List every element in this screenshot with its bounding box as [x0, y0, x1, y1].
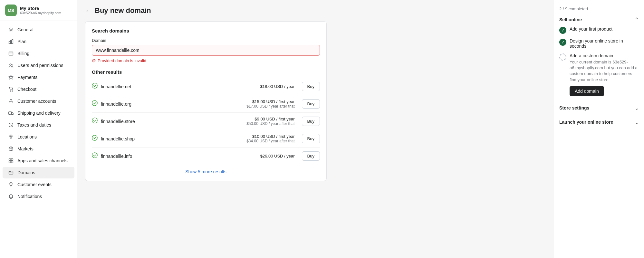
- store-header[interactable]: MS My Store 63e529-a6.myshopify.com: [0, 0, 77, 21]
- domain-result-row: finnandellie.shop$10.00 USD / first year…: [92, 130, 320, 148]
- svg-point-29: [92, 153, 97, 158]
- sidebar-item-label-payments: Payments: [17, 75, 37, 80]
- svg-point-11: [9, 114, 10, 115]
- show-more-link[interactable]: Show 5 more results: [92, 169, 320, 174]
- sidebar-item-users[interactable]: Users and permissions: [3, 60, 74, 71]
- sidebar-item-shipping[interactable]: Shipping and delivery: [3, 107, 74, 119]
- svg-rect-18: [11, 159, 13, 161]
- sidebar-item-checkout[interactable]: Checkout: [3, 83, 74, 95]
- sidebar-item-customer-events[interactable]: Customer events: [3, 179, 74, 190]
- progress-text: 2 / 9 completed: [559, 6, 639, 11]
- store-settings-chevron: ⌄: [635, 105, 639, 111]
- launch-store-section[interactable]: Launch your online store ⌄: [559, 115, 639, 129]
- sidebar-item-label-taxes: Taxes and duties: [17, 122, 51, 128]
- available-icon: [92, 152, 98, 160]
- store-settings-title: Store settings: [559, 105, 589, 110]
- sidebar-item-notifications[interactable]: Notifications: [3, 191, 74, 202]
- buy-button-finnandellie.org[interactable]: Buy: [302, 99, 320, 109]
- sidebar-item-taxes[interactable]: Taxes and duties: [3, 119, 74, 131]
- right-panel: 2 / 9 completed Sell online ⌃ ✓Add your …: [554, 0, 644, 258]
- sidebar-item-general[interactable]: General: [3, 24, 74, 35]
- sidebar-item-plan[interactable]: Plan: [3, 36, 74, 47]
- store-settings-section[interactable]: Store settings ⌄: [559, 101, 639, 115]
- domain-price-col: $10.00 USD / first year$34.00 USD / year…: [246, 134, 294, 143]
- domain-input[interactable]: [92, 45, 320, 56]
- domain-result-name: finnandellie.info: [101, 154, 257, 159]
- price-main: $18.00 USD / year: [260, 84, 295, 89]
- sidebar-item-apps[interactable]: Apps and sales channels: [3, 155, 74, 167]
- domain-result-row: finnandellie.org$15.00 USD / first year$…: [92, 95, 320, 113]
- sidebar-item-label-customer-events: Customer events: [17, 182, 52, 187]
- sidebar-item-locations[interactable]: Locations: [3, 131, 74, 143]
- sidebar-item-label-plan: Plan: [17, 39, 26, 44]
- sidebar-item-label-locations: Locations: [17, 134, 37, 139]
- sidebar-item-label-users: Users and permissions: [17, 63, 63, 68]
- sell-online-title: Sell online: [559, 17, 582, 22]
- svg-rect-4: [9, 52, 13, 55]
- domain-results-list: finnandellie.net$18.00 USD / yearBuyfinn…: [92, 78, 320, 165]
- domain-result-name: finnandellie.net: [101, 84, 257, 89]
- task-info-design-store: Design your online store in seconds: [570, 38, 639, 49]
- task-cta-custom-domain[interactable]: Add domain: [570, 86, 604, 96]
- domain-result-row: finnandellie.store$9.00 USD / first year…: [92, 113, 320, 130]
- shipping-icon: [8, 110, 14, 116]
- taxes-icon: [8, 122, 14, 128]
- task-check-first-product: ✓: [559, 27, 566, 34]
- sidebar-item-domains[interactable]: Domains: [3, 167, 74, 178]
- available-icon: [92, 100, 98, 108]
- locations-icon: [8, 134, 14, 140]
- error-icon: ⊘: [92, 58, 96, 63]
- sidebar: MS My Store 63e529-a6.myshopify.com Gene…: [0, 0, 77, 258]
- svg-point-14: [10, 136, 11, 137]
- launch-store-title: Launch your online store: [559, 119, 613, 125]
- sidebar-item-billing[interactable]: Billing: [3, 48, 74, 59]
- domain-result-row: finnandellie.info$26.00 USD / yearBuy: [92, 148, 320, 165]
- available-icon: [92, 83, 98, 90]
- task-label-custom-domain: Add a custom domain: [570, 53, 639, 58]
- sell-online-section-header[interactable]: Sell online ⌃: [559, 16, 639, 23]
- domain-price-col: $18.00 USD / year: [260, 84, 295, 89]
- other-results-title: Other results: [92, 69, 320, 75]
- main-content-area: ← Buy new domain Search domains Domain ⊘…: [77, 0, 554, 258]
- store-name: My Store: [20, 6, 61, 11]
- search-card-title: Search domains: [92, 28, 320, 33]
- domain-result-name: finnandellie.shop: [101, 136, 243, 141]
- sidebar-item-markets[interactable]: Markets: [3, 143, 74, 155]
- sidebar-item-customer-accounts[interactable]: Customer accounts: [3, 95, 74, 107]
- svg-rect-3: [12, 40, 13, 44]
- domain-field-label: Domain: [92, 38, 320, 43]
- domains-icon: [8, 169, 14, 176]
- sidebar-item-label-apps: Apps and sales channels: [17, 158, 68, 163]
- svg-rect-1: [9, 42, 10, 43]
- sidebar-item-label-shipping: Shipping and delivery: [17, 110, 61, 116]
- buy-button-finnandellie.shop[interactable]: Buy: [302, 134, 320, 143]
- checkout-icon: [8, 86, 14, 92]
- search-domains-card: Search domains Domain ⊘ Provided domain …: [85, 21, 327, 181]
- buy-button-finnandellie.info[interactable]: Buy: [302, 151, 320, 161]
- plan-icon: [8, 38, 14, 45]
- svg-point-12: [12, 114, 13, 115]
- apps-icon: [8, 158, 14, 164]
- buy-button-finnandellie.net[interactable]: Buy: [302, 82, 320, 91]
- svg-point-24: [11, 183, 11, 184]
- domain-result-row: finnandellie.net$18.00 USD / yearBuy: [92, 78, 320, 95]
- svg-point-25: [92, 83, 97, 88]
- price-sub: $17.00 USD / year after that: [246, 104, 294, 109]
- domain-input-wrap: [92, 45, 320, 56]
- back-button[interactable]: ←: [85, 7, 91, 14]
- sell-online-chevron: ⌃: [635, 16, 639, 23]
- svg-point-28: [92, 135, 97, 140]
- svg-point-23: [10, 171, 11, 172]
- task-label-design-store: Design your online store in seconds: [570, 38, 639, 49]
- page-header: ← Buy new domain: [85, 6, 546, 15]
- price-main: $15.00 USD / first year: [246, 99, 294, 104]
- price-main: $9.00 USD / first year: [246, 117, 294, 121]
- store-url: 63e529-a6.myshopify.com: [20, 11, 61, 15]
- buy-button-finnandellie.store[interactable]: Buy: [302, 117, 320, 126]
- task-item-first-product: ✓Add your first product: [559, 26, 639, 34]
- task-check-design-store: ✓: [559, 39, 566, 46]
- markets-icon: [8, 146, 14, 152]
- sidebar-item-label-notifications: Notifications: [17, 194, 42, 199]
- launch-store-chevron: ⌄: [635, 119, 639, 125]
- sidebar-item-payments[interactable]: Payments: [3, 72, 74, 83]
